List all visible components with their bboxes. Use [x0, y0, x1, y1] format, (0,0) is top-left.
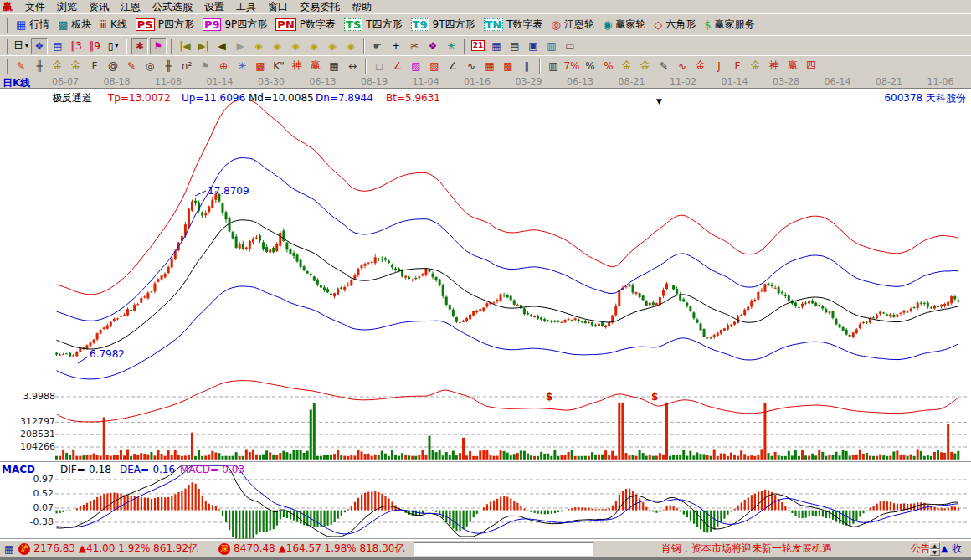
menu-item-1[interactable]: 浏览	[51, 1, 83, 13]
kline-button[interactable]: ⅲK线	[96, 16, 131, 34]
winner-service-button[interactable]: $赢家服务	[700, 16, 758, 34]
ying-angle-button[interactable]: 赢	[784, 58, 801, 74]
menu-item-3[interactable]: 江恩	[115, 1, 146, 13]
spiral-button[interactable]: @	[105, 58, 121, 74]
9t-square-button[interactable]: T99T四方形	[407, 16, 480, 34]
box-tool-button[interactable]: ◻	[371, 58, 388, 74]
gold-red-button[interactable]: 金	[692, 58, 709, 74]
shen-angle-button[interactable]: 神	[766, 58, 783, 74]
zoom-left-button[interactable]: ◈	[250, 38, 267, 54]
j-angle-button[interactable]: J	[711, 58, 727, 74]
menu-item-7[interactable]: 窗口	[262, 1, 294, 13]
zoom-right-button[interactable]: ◈	[269, 38, 285, 54]
menu-item-4[interactable]: 公式选股	[146, 1, 198, 13]
menu-item-0[interactable]: 文件	[19, 1, 51, 13]
angle-lines-button[interactable]: ∠	[444, 58, 461, 74]
sectors-button[interactable]: ▩板块	[54, 16, 95, 34]
crosshair-button[interactable]: +	[388, 38, 404, 54]
percent-line-button[interactable]: %	[600, 58, 617, 74]
t-square-button[interactable]: TST四方形	[340, 16, 407, 34]
grid-red-button[interactable]: ▦	[481, 58, 498, 74]
ying-grid-button[interactable]: 赢	[307, 58, 324, 74]
k-quote-button[interactable]: K"	[270, 58, 287, 74]
flag-line-button[interactable]: ⚑	[197, 58, 213, 74]
grid-box-red-button[interactable]: ▩	[500, 58, 516, 74]
network-button[interactable]: ▥	[543, 38, 560, 54]
erase-scissors-button[interactable]: ✂	[406, 38, 423, 54]
last-page-button[interactable]: ▶|	[195, 38, 212, 54]
save-button[interactable]: ▣	[525, 38, 542, 54]
circle-cross-button[interactable]: ⊕	[215, 58, 232, 74]
gann-fan-button[interactable]: ∠	[389, 58, 406, 74]
menu-item-8[interactable]: 交易委托	[294, 1, 346, 13]
winner-wheel-button[interactable]: ◉赢家轮	[599, 16, 650, 34]
dense-grid-button[interactable]: ╫	[160, 58, 177, 74]
info-doc-button[interactable]: ▤	[49, 38, 66, 54]
fan-box-red-button[interactable]: ▧	[426, 58, 443, 74]
gold-line-button[interactable]: 金	[637, 58, 654, 74]
gann-grid-gold2-button[interactable]: 金	[68, 58, 85, 74]
p-number-table-button[interactable]: PNP数字表	[271, 16, 340, 34]
gann-grid-gold-button[interactable]: 金	[49, 58, 66, 74]
gold-circle-button[interactable]: 金	[619, 58, 635, 74]
ladder-chart-button[interactable]: ▥	[545, 58, 562, 74]
shen-grid-button[interactable]: 神	[289, 58, 306, 74]
prev-page-button[interactable]: ◀	[213, 38, 230, 54]
spinner-down-button[interactable]: ▼	[929, 549, 940, 556]
notice-link[interactable]: 公告	[911, 542, 931, 556]
9p-square-button[interactable]: P99P四方形	[198, 16, 271, 34]
print-button[interactable]: ▭	[562, 38, 578, 54]
parallel-lines-button[interactable]: ∥	[518, 58, 535, 74]
spinner-up-button[interactable]: ▲	[929, 542, 940, 549]
news-ticker[interactable]: 肖钢：资本市场将迎来新一轮发展机遇	[661, 542, 908, 556]
wave-tool-button[interactable]: ∿	[463, 58, 480, 74]
status-right-label[interactable]: 收	[952, 542, 962, 556]
menu-item-2[interactable]: 资讯	[83, 1, 115, 13]
circle-grid-button[interactable]: ◎	[141, 58, 158, 74]
web-grid-button[interactable]: ▩	[252, 58, 269, 74]
t-number-table-button[interactable]: TNT数字表	[480, 16, 547, 34]
wave-red-button[interactable]: ∿	[674, 58, 691, 74]
gold-angle-button[interactable]: 金	[748, 58, 764, 74]
period-daily-button[interactable]: 日▾	[13, 38, 29, 54]
menu-item-9[interactable]: 帮助	[346, 1, 378, 13]
hexagon-button[interactable]: ◇六角形	[650, 16, 700, 34]
first-page-button[interactable]: |◀	[177, 38, 193, 54]
fan-box-magenta-button[interactable]: ▨	[408, 58, 424, 74]
stock-code-input[interactable]	[414, 542, 593, 556]
menu-item-6[interactable]: 工具	[230, 1, 262, 13]
f-angle-button[interactable]: F	[729, 58, 746, 74]
si-angle-button[interactable]: 四	[803, 58, 819, 74]
n2-grid-button[interactable]: n²	[178, 58, 195, 74]
neural-button[interactable]: ✳	[443, 38, 460, 54]
zoom-area-button[interactable]: ❖	[31, 38, 48, 54]
calendar-button[interactable]: 21	[470, 38, 486, 54]
zoom-reset-button[interactable]: ◈	[342, 38, 359, 54]
grid-small-button[interactable]: ╫	[31, 58, 48, 74]
gann-wheel-button[interactable]: ◎江恩轮	[547, 16, 599, 34]
percent-7-button[interactable]: 7%	[563, 58, 580, 74]
quote-table-icon[interactable]: ▦	[4, 543, 13, 555]
zoom-all-button[interactable]: ◈	[324, 38, 341, 54]
width-measure-button[interactable]: ↔	[344, 58, 361, 74]
p-square-button[interactable]: PSP四方形	[131, 16, 198, 34]
notes-button[interactable]: ▤	[506, 38, 523, 54]
calculator-button[interactable]: ▦	[488, 38, 505, 54]
bars-9-button[interactable]: ‖9	[86, 38, 103, 54]
select-region-button[interactable]: ❖	[424, 38, 441, 54]
zoom-h-expand-button[interactable]: ◈	[287, 38, 304, 54]
restore-button[interactable]: ✱	[131, 38, 148, 54]
quotes-button[interactable]: ▦行情	[12, 16, 54, 34]
zoom-h-shrink-button[interactable]: ◈	[306, 38, 322, 54]
next-page-button[interactable]: ▶	[232, 38, 249, 54]
star-grid-button[interactable]: ✳	[234, 58, 250, 74]
candle-style-button[interactable]: ▯▾	[105, 38, 121, 54]
pen-chart-button[interactable]: ✎	[123, 58, 140, 74]
indicator-flag-button[interactable]: ⚑	[150, 38, 167, 54]
bars-3-button[interactable]: ‖3	[68, 38, 85, 54]
pen-black-button[interactable]: ✎	[655, 58, 672, 74]
abacus-grid-button[interactable]: ▦	[326, 58, 342, 74]
pan-hand-button[interactable]: ☛	[369, 38, 386, 54]
percent-button[interactable]: %	[582, 58, 599, 74]
draw-pen-button[interactable]: ✎	[13, 58, 29, 74]
